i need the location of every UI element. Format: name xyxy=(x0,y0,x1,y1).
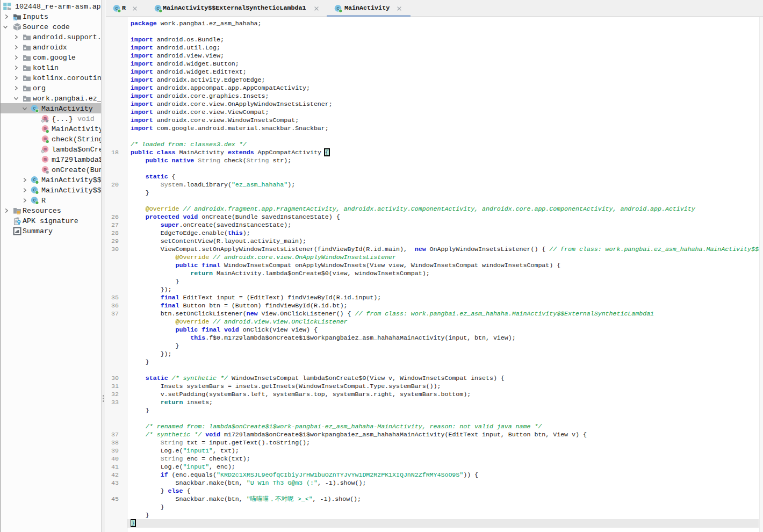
svg-text:m: m xyxy=(44,156,47,162)
